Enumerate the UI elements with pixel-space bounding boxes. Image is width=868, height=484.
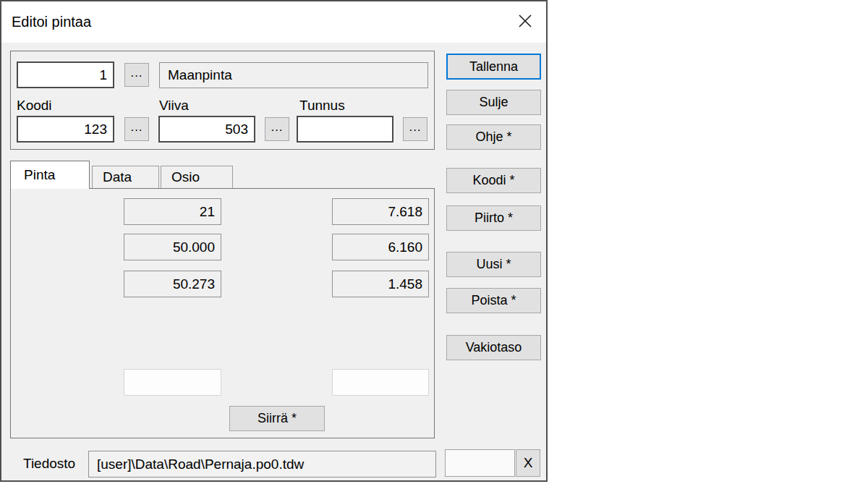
da-input[interactable]: [124, 369, 221, 396]
pituus-xyz-value: 50.273: [124, 271, 221, 297]
pinta-tab-panel: [10, 188, 435, 438]
tunnus-label: Tunnus: [299, 98, 345, 114]
surface-name-field: Maanpinta: [159, 62, 428, 88]
vakiotaso-button[interactable]: Vakiotaso: [446, 335, 541, 360]
koodi-browse-button[interactable]: ...: [124, 117, 149, 141]
viiva-input[interactable]: [158, 116, 255, 143]
viiva-label: Viiva: [159, 98, 189, 114]
tunnus-browse-button[interactable]: ...: [403, 117, 427, 141]
tab-data[interactable]: Data: [92, 166, 159, 188]
close-icon: [517, 13, 533, 32]
close-button[interactable]: [511, 9, 539, 36]
tab-osio-label: Osio: [171, 169, 200, 185]
surface-id-input[interactable]: [17, 61, 114, 88]
screen: Editoi pintaa ... Maanpinta Koodi Viiva …: [0, 0, 868, 484]
tab-osio[interactable]: Osio: [161, 166, 233, 188]
maksimi-z-value: 7.618: [332, 198, 429, 225]
file-path-field: [user]\Data\Road\Pernaja.po0.tdw: [88, 451, 436, 477]
korkeusero-value: 1.458: [332, 271, 429, 297]
pisteita-value: 21: [124, 198, 221, 225]
tab-pinta[interactable]: Pinta: [10, 161, 90, 189]
footer-extra-field: [445, 449, 515, 477]
edit-surface-dialog: Editoi pintaa ... Maanpinta Koodi Viiva …: [0, 0, 548, 482]
uusi-button[interactable]: Uusi *: [446, 252, 541, 277]
tallenna-button[interactable]: Tallenna: [446, 54, 541, 80]
poista-button[interactable]: Poista *: [446, 288, 541, 313]
tunnus-input[interactable]: [297, 116, 393, 143]
koodi-input[interactable]: [17, 116, 114, 143]
viiva-browse-button[interactable]: ...: [265, 117, 289, 141]
minimi-z-value: 6.160: [332, 234, 429, 260]
koodi-button[interactable]: Koodi *: [446, 168, 541, 193]
dz-input[interactable]: [332, 369, 429, 396]
surface-id-browse-button[interactable]: ...: [124, 63, 149, 87]
pituus-xy-value: 50.000: [124, 234, 221, 260]
sulje-button[interactable]: Sulje: [446, 90, 541, 115]
koodi-label: Koodi: [17, 98, 52, 114]
piirto-button[interactable]: Piirto *: [446, 205, 541, 231]
tab-data-label: Data: [103, 169, 132, 185]
dialog-title: Editoi pintaa: [12, 1, 91, 43]
tiedosto-label: Tiedosto: [23, 456, 75, 472]
tab-pinta-label: Pinta: [24, 167, 55, 183]
titlebar[interactable]: Editoi pintaa: [1, 1, 546, 43]
ohje-button[interactable]: Ohje *: [446, 124, 541, 150]
clear-file-button[interactable]: X: [516, 449, 540, 477]
siirra-button[interactable]: Siirrä *: [229, 406, 325, 431]
